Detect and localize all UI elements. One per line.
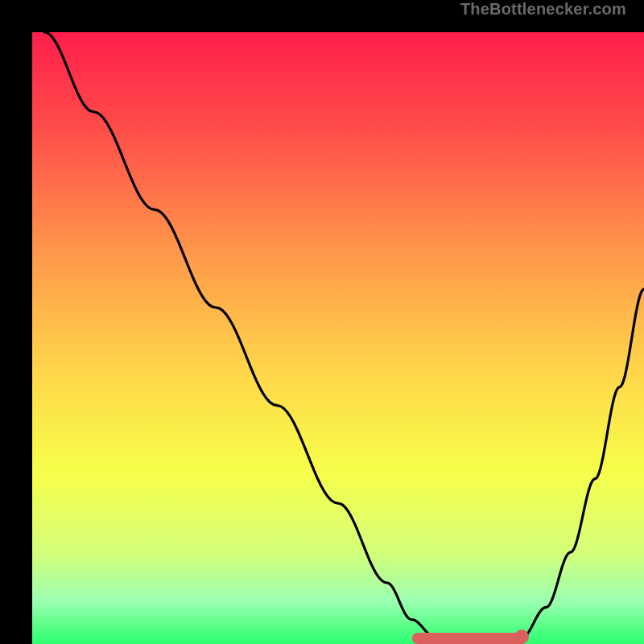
watermark-text: TheBottlenecker.com [460,0,626,19]
chart-frame [16,16,628,628]
bottleneck-chart [32,32,644,644]
trough-dot-icon [514,630,529,644]
gradient-background [32,32,644,644]
